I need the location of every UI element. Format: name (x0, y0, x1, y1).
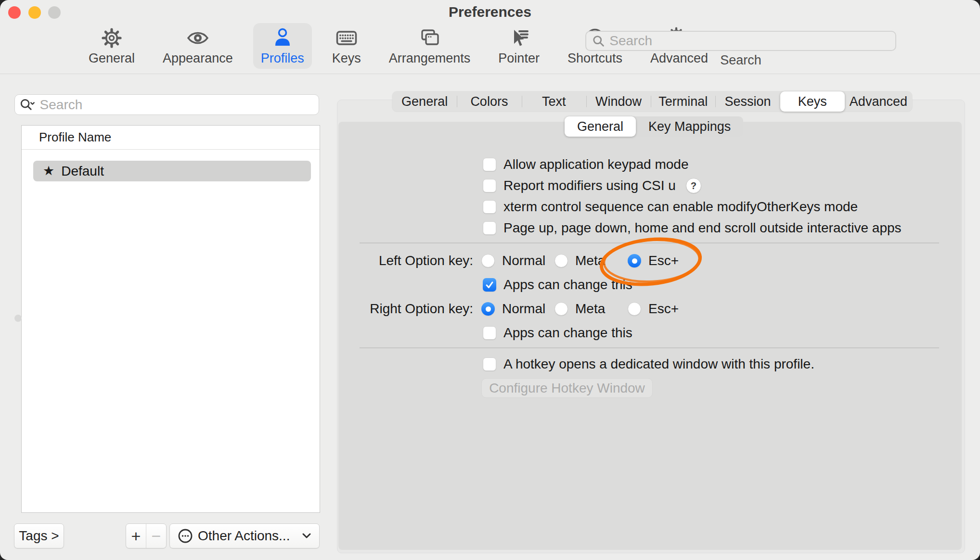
gear-icon (101, 27, 123, 49)
row-hotkey: A hotkey opens a dedicated window with t… (483, 354, 814, 375)
toolbar-item-arrangements[interactable]: Arrangements (381, 23, 478, 69)
profile-list: Profile Name ★ Default (21, 125, 320, 513)
radio-label[interactable]: Normal (502, 253, 545, 268)
toolbar-item-general[interactable]: General (81, 23, 142, 69)
checkbox-label[interactable]: A hotkey opens a dedicated window with t… (503, 356, 814, 372)
radio-label[interactable]: Esc+ (648, 301, 679, 317)
other-actions-popup[interactable]: Other Actions... (169, 523, 320, 548)
checkbox-label[interactable]: Report modifiers using CSI u (503, 178, 676, 193)
radio-left-meta: Meta (554, 250, 605, 271)
preferences-window: Preferences General (0, 0, 980, 560)
divider (360, 347, 939, 348)
row-keypad-mode: Allow application keypad mode (483, 154, 688, 175)
profile-name: Default (61, 164, 104, 179)
help-button[interactable]: ? (686, 178, 701, 193)
radio-right-normal: Normal (481, 298, 545, 319)
toolbar-search-field[interactable] (585, 31, 896, 51)
search-icon (592, 34, 605, 48)
checkbox-keypad-mode[interactable] (483, 158, 496, 171)
checkbox-hotkey[interactable] (483, 357, 496, 371)
checkbox-label[interactable]: Page up, page down, home and end scroll … (503, 220, 902, 236)
tab-keys[interactable]: Keys (780, 91, 845, 112)
radio-right-normal-control[interactable] (481, 302, 495, 316)
circle-ellipsis-icon (178, 528, 193, 544)
profile-search-field[interactable] (14, 94, 319, 115)
radio-label[interactable]: Meta (575, 301, 605, 317)
radio-left-esc-control[interactable] (628, 254, 641, 267)
checkbox-csi-u[interactable] (483, 179, 496, 192)
checkbox-scroll-outside[interactable] (483, 221, 496, 235)
add-profile-button[interactable]: + (126, 524, 146, 548)
keys-subtabs: General Key Mappings (565, 116, 743, 137)
toolbar-label-arrangements: Arrangements (389, 51, 471, 66)
toolbar-item-profiles[interactable]: Profiles (253, 23, 312, 69)
toolbar-item-pointer[interactable]: Pointer (490, 23, 547, 69)
radio-label[interactable]: Normal (502, 301, 545, 317)
radio-right-meta: Meta (554, 298, 605, 319)
subtab-key-mappings[interactable]: Key Mappings (636, 116, 743, 137)
checkbox-label[interactable]: Allow application keypad mode (503, 157, 688, 172)
toolbar-item-appearance[interactable]: Appearance (155, 23, 241, 69)
other-actions-label: Other Actions... (198, 528, 290, 544)
windows-icon (419, 27, 441, 49)
tab-terminal[interactable]: Terminal (651, 91, 715, 112)
profile-search-input[interactable] (39, 97, 314, 113)
toolbar-item-keys[interactable]: Keys (324, 23, 369, 69)
cursor-icon (508, 27, 530, 49)
radio-left-meta-control[interactable] (554, 254, 568, 267)
checkbox-label[interactable]: Apps can change this (503, 325, 632, 341)
toolbar-label-pointer: Pointer (498, 51, 540, 66)
checkbox-label[interactable]: Apps can change this (503, 277, 632, 293)
tab-colors[interactable]: Colors (457, 91, 521, 112)
scoped-search-icon (20, 98, 35, 112)
checkbox-label[interactable]: xterm control sequence can enable modify… (503, 199, 858, 215)
tab-session[interactable]: Session (715, 91, 780, 112)
toolbar-label-appearance: Appearance (163, 51, 233, 66)
star-icon: ★ (43, 165, 54, 178)
row-csi-u: Report modifiers using CSI u ? (483, 175, 701, 196)
row-left-apps-can-change: Apps can change this (483, 274, 632, 295)
row-right-apps-can-change: Apps can change this (483, 322, 632, 344)
toolbar-label-keys: Keys (332, 51, 361, 66)
radio-left-esc: Esc+ (628, 250, 679, 271)
radio-right-meta-control[interactable] (554, 302, 568, 316)
row-modify-other-keys: xterm control sequence can enable modify… (483, 196, 858, 217)
tab-general[interactable]: General (392, 91, 457, 112)
configure-hotkey-window-button[interactable]: Configure Hotkey Window (481, 378, 653, 398)
window-title: Preferences (0, 4, 980, 20)
chevron-down-icon (302, 533, 311, 539)
keyboard-icon (335, 27, 358, 49)
person-icon (271, 27, 294, 49)
toolbar-search-caption: Search (585, 53, 896, 68)
radio-left-normal-control[interactable] (481, 254, 495, 267)
tags-button-label: Tags > (19, 528, 59, 544)
radio-right-esc-control[interactable] (628, 302, 641, 316)
add-remove-group: + − (126, 523, 167, 548)
row-scroll-outside: Page up, page down, home and end scroll … (483, 217, 902, 239)
remove-profile-button[interactable]: − (146, 524, 166, 548)
tab-advanced[interactable]: Advanced (845, 91, 912, 112)
eye-icon (187, 27, 209, 49)
radio-right-esc: Esc+ (628, 298, 679, 319)
radio-left-normal: Normal (481, 250, 545, 271)
toolbar-label-general: General (89, 51, 135, 66)
radio-label[interactable]: Meta (575, 253, 605, 268)
profile-tabbar: General Colors Text Window Terminal Sess… (392, 91, 912, 112)
checkbox-right-apps-can-change[interactable] (483, 326, 496, 340)
tab-window[interactable]: Window (586, 91, 651, 112)
checkbox-left-apps-can-change[interactable] (483, 278, 496, 292)
radio-label[interactable]: Esc+ (648, 253, 679, 268)
splitter-dot (14, 315, 22, 322)
titlebar: Preferences General (0, 0, 980, 74)
right-option-key-label: Right Option key: (329, 298, 473, 319)
check-icon (484, 280, 495, 290)
checkbox-modify-other-keys[interactable] (483, 200, 496, 214)
toolbar-label-profiles: Profiles (261, 51, 304, 66)
profile-list-header: Profile Name (22, 126, 320, 150)
tab-text[interactable]: Text (522, 91, 586, 112)
toolbar-search-input[interactable] (608, 33, 890, 49)
tags-button[interactable]: Tags > (14, 523, 64, 548)
subtab-general[interactable]: General (565, 116, 636, 137)
divider (360, 242, 939, 243)
profile-row-default[interactable]: ★ Default (33, 161, 311, 181)
